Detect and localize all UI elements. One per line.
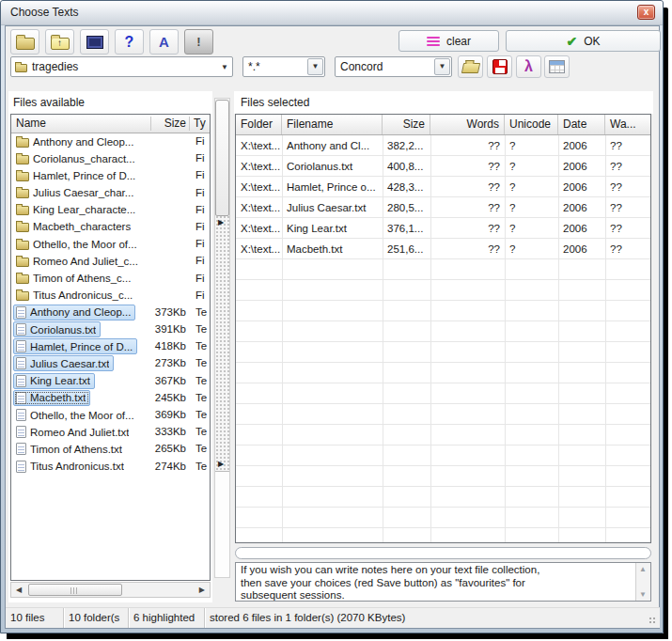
scroll-down-icon[interactable]: ▼ <box>639 590 647 599</box>
folder-icon <box>16 206 29 215</box>
chevron-down-icon[interactable]: ▼ <box>307 58 323 75</box>
list-item-file[interactable]: Coriolanus.txt391KbTe <box>11 321 210 338</box>
column-name[interactable]: Name <box>16 117 46 130</box>
save-favourites-button[interactable] <box>487 55 512 78</box>
column-filename[interactable]: Filename <box>282 115 383 134</box>
text-file-icon <box>16 409 26 421</box>
column-size[interactable]: Size <box>383 115 430 134</box>
table-cell: X:\text... <box>236 156 282 177</box>
tool-combo[interactable]: Concord ▼ <box>335 56 452 77</box>
type-cell: Te <box>195 375 207 386</box>
folder-icon <box>16 38 35 50</box>
scroll-right-icon[interactable]: ▶ <box>199 586 205 594</box>
table-row[interactable]: X:\text...Macbeth.txt251,6...???2006?? <box>236 239 650 259</box>
vertical-scrollbar[interactable]: ▶ ▶ <box>214 98 230 578</box>
folder-up-icon: ↑ <box>51 38 70 50</box>
horizontal-scrollbar[interactable]: ◀ ▶ <box>10 582 211 598</box>
pattern-combo[interactable]: *.* ▼ <box>242 56 325 77</box>
notes-text[interactable]: If you wish you can write notes here on … <box>241 564 632 602</box>
column-date[interactable]: Date <box>558 115 605 134</box>
list-item-file[interactable]: Macbeth.txt245KbTe <box>11 390 210 407</box>
table-row[interactable]: X:\text...Anthony and Cl...382,2...???20… <box>236 135 650 156</box>
ok-label: OK <box>584 35 600 48</box>
list-item-file[interactable]: Julius Caesar.txt273KbTe <box>11 355 210 372</box>
column-unicode[interactable]: Unicode <box>505 115 558 134</box>
files-available-list[interactable]: Name Size Ty Anthony and Cleop...FiCorio… <box>10 114 211 581</box>
column-words[interactable]: Words <box>430 115 505 134</box>
table-row[interactable]: X:\text...King Lear.txt376,1...???2006?? <box>236 218 650 239</box>
table-row[interactable]: X:\text...Hamlet, Prince o...428,3...???… <box>236 177 650 197</box>
files-selected-table[interactable]: Folder Filename Size Words Unicode Date … <box>235 114 651 543</box>
clear-button[interactable]: clear <box>399 30 499 52</box>
table-cell: ? <box>505 239 558 259</box>
splitter-arrow-icon[interactable]: ▶ <box>218 218 224 227</box>
scrollbar-thumb[interactable] <box>28 584 122 596</box>
size-cell: 245Kb <box>155 392 186 403</box>
table-cell: 2006 <box>558 218 605 239</box>
chevron-down-icon[interactable]: ▼ <box>434 58 450 75</box>
folder-name: Hamlet, Prince of D... <box>33 170 135 181</box>
list-item-folder[interactable]: Julius Caesar_char...Fi <box>11 185 210 202</box>
folder-name: Anthony and Cleop... <box>33 136 133 148</box>
list-item-file[interactable]: Hamlet, Prince of D...418KbTe <box>11 338 210 355</box>
notes-area[interactable]: If you wish you can write notes here on … <box>235 562 651 602</box>
list-item-folder[interactable]: Coriolanus_charact...Fi <box>11 150 210 167</box>
column-size[interactable]: Size <box>164 117 186 130</box>
notes-scrollbar[interactable]: ▲ ▼ <box>635 563 650 601</box>
row-highlight: Romeo And Juliet_c... <box>13 253 143 269</box>
folder-icon <box>16 138 29 148</box>
list-item-file[interactable]: King Lear.txt367KbTe <box>11 373 210 390</box>
folder-name: Timon of Athens_c... <box>33 273 131 284</box>
grid-window-button[interactable] <box>544 55 570 78</box>
list-item-folder[interactable]: Timon of Athens_c...Fi <box>11 271 210 288</box>
folder-combo-value: tragedies <box>27 60 217 73</box>
list-item-folder[interactable]: Othello, the Moor of...Fi <box>11 236 210 253</box>
folder-icon <box>16 223 29 232</box>
list-item-file[interactable]: Othello, the Moor of...369KbTe <box>11 407 210 424</box>
list-item-folder[interactable]: Anthony and Cleop...Fi <box>11 133 210 150</box>
resize-grip[interactable] <box>649 617 657 625</box>
splitter-arrow-icon[interactable]: ▶ <box>218 460 224 468</box>
list-header: Name Size Ty <box>11 115 210 133</box>
help-button[interactable]: ? <box>115 29 144 55</box>
list-item-file[interactable]: Timon of Athens.txt265KbTe <box>11 441 210 458</box>
font-button[interactable]: A <box>149 29 179 55</box>
title-bar[interactable]: Choose Texts x <box>1 1 663 25</box>
lambda-button[interactable]: λ <box>516 55 541 78</box>
scroll-up-icon[interactable]: ▲ <box>639 565 647 573</box>
table-cell: ?? <box>605 218 650 239</box>
list-item-file[interactable]: Romeo And Juliet.txt333KbTe <box>11 424 210 441</box>
status-highlighted: 6 highlighted <box>129 608 205 628</box>
list-item-folder[interactable]: Romeo And Juliet_c...Fi <box>11 253 210 270</box>
row-highlight: Othello, the Moor of... <box>13 236 142 252</box>
scrollbar-thumb[interactable] <box>215 100 229 216</box>
list-item-file[interactable]: Anthony and Cleop...373KbTe <box>11 305 210 321</box>
open-favourites-button[interactable] <box>458 55 483 78</box>
ok-button[interactable]: ✔ OK <box>506 30 661 52</box>
chevron-down-icon[interactable]: ▼ <box>217 63 232 71</box>
view-button[interactable] <box>80 29 109 55</box>
table-cell: ?? <box>605 177 650 197</box>
type-cell: Fi <box>195 238 205 249</box>
row-highlight: Timon of Athens.txt <box>13 441 127 457</box>
folder-up-button[interactable]: ↑ <box>45 29 74 55</box>
close-button[interactable]: x <box>637 5 655 20</box>
column-folder[interactable]: Folder <box>236 115 282 134</box>
list-item-folder[interactable]: Hamlet, Prince of D...Fi <box>11 167 210 184</box>
header-divider <box>150 117 151 131</box>
table-cell: ?? <box>605 197 650 218</box>
column-type[interactable]: Ty <box>194 117 206 130</box>
scroll-left-icon[interactable]: ◀ <box>16 586 22 594</box>
table-row[interactable]: X:\text...Coriolanus.txt400,8...???2006?… <box>236 156 650 177</box>
table-row[interactable]: X:\text...Julius Caesar.txt280,5...???20… <box>236 197 650 218</box>
list-item-folder[interactable]: Macbeth_charactersFi <box>11 219 210 236</box>
list-item-folder[interactable]: King Lear_characte...Fi <box>11 202 210 219</box>
list-item-folder[interactable]: Titus Andronicus_c...Fi <box>11 288 210 305</box>
open-folder-icon <box>461 63 479 73</box>
folder-combo[interactable]: tragedies ▼ <box>10 56 233 77</box>
column-warnings[interactable]: Wa... <box>605 115 650 134</box>
open-folder-button[interactable] <box>10 29 39 55</box>
type-cell: Te <box>195 357 207 368</box>
type-cell: Te <box>195 340 207 352</box>
list-item-file[interactable]: Titus Andronicus.txt274KbTe <box>11 459 210 476</box>
